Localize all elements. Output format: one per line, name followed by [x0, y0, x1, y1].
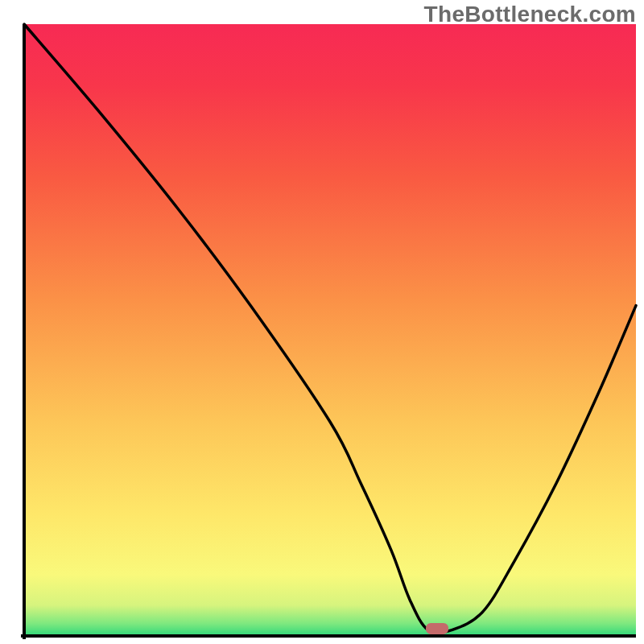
optimum-marker	[426, 623, 448, 634]
watermark-label: TheBottleneck.com	[424, 2, 636, 27]
plot-background	[24, 24, 636, 636]
chart-svg	[0, 0, 644, 644]
bottleneck-chart: TheBottleneck.com	[0, 0, 644, 644]
